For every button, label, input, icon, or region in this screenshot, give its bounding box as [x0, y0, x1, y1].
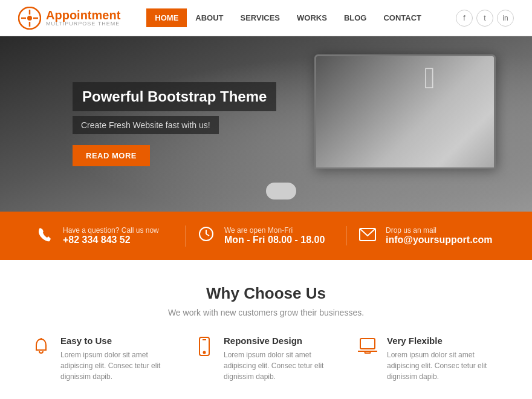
- linkedin-icon[interactable]: in: [497, 10, 514, 27]
- nav-about[interactable]: ABOUT: [187, 8, 232, 27]
- hero-section:  Powerful Bootstrap Theme Create Fresh …: [0, 36, 532, 212]
- twitter-icon[interactable]: t: [476, 10, 493, 27]
- phone-label: Have a question? Call us now: [63, 226, 159, 235]
- why-subtitle: We work with new customers grow their bu…: [30, 308, 502, 317]
- email-icon: [359, 227, 376, 245]
- hours-label: We are open Mon-Fri: [224, 226, 325, 235]
- nav-works[interactable]: WORKS: [288, 8, 336, 27]
- main-nav: HOME ABOUT SERVICES WORKS BLOG CONTACT: [146, 8, 430, 27]
- nav-services[interactable]: SERVICES: [232, 8, 289, 27]
- feature-flexible-title: Very Flexible: [387, 336, 502, 346]
- mobile-icon: [193, 337, 215, 360]
- feature-responsive-desc: Lorem ipsum dolor sit amet adipiscing el…: [224, 349, 339, 382]
- header: Appointment MULTIPURPOSE THEME HOME ABOU…: [0, 0, 532, 36]
- phone-value: +82 334 843 52: [63, 235, 159, 245]
- read-more-button[interactable]: READ MORE: [73, 145, 150, 166]
- feature-easy-content: Easy to Use Lorem ipsum dolor sit amet a…: [60, 336, 175, 382]
- hero-mouse-decoration: [266, 183, 296, 199]
- email-label: Drop us an mail: [386, 226, 492, 235]
- info-phone: Have a question? Call us now +82 334 843…: [24, 225, 185, 247]
- social-icons: f t in: [456, 10, 514, 27]
- feature-flexible-content: Very Flexible Lorem ipsum dolor sit amet…: [387, 336, 502, 382]
- feature-responsive-title: Reponsive Design: [224, 336, 339, 346]
- why-section: Why Choose Us We work with new customers…: [0, 260, 532, 399]
- svg-rect-15: [360, 339, 375, 349]
- phone-icon: [36, 225, 53, 247]
- feature-easy-desc: Lorem ipsum dolor sit amet adipiscing el…: [60, 349, 175, 382]
- clock-icon: [198, 225, 215, 247]
- phone-text: Have a question? Call us now +82 334 843…: [63, 226, 159, 245]
- email-value: info@yoursupport.com: [386, 235, 492, 245]
- nav-home[interactable]: HOME: [146, 8, 187, 27]
- laptop-icon: [357, 337, 378, 358]
- feature-responsive-content: Reponsive Design Lorem ipsum dolor sit a…: [224, 336, 339, 382]
- features-grid: Easy to Use Lorem ipsum dolor sit amet a…: [30, 336, 502, 399]
- feature-flexible-desc: Lorem ipsum dolor sit amet adipiscing el…: [387, 349, 502, 382]
- feature-flexible: Very Flexible Lorem ipsum dolor sit amet…: [357, 336, 502, 382]
- logo-name: Appointment: [46, 9, 120, 21]
- hours-text: We are open Mon-Fri Mon - Fri 08.00 - 18…: [224, 226, 325, 245]
- svg-line-8: [206, 234, 209, 236]
- email-text: Drop us an mail info@yoursupport.com: [386, 226, 492, 245]
- logo-tagline: MULTIPURPOSE THEME: [46, 21, 120, 27]
- feature-easy-title: Easy to Use: [60, 336, 175, 346]
- hero-content: Powerful Bootstrap Theme Create Fresh We…: [0, 82, 276, 166]
- feature-easy-to-use: Easy to Use Lorem ipsum dolor sit amet a…: [30, 336, 175, 382]
- svg-point-13: [204, 352, 206, 354]
- apple-logo-decoration: : [424, 60, 435, 96]
- nav-contact[interactable]: CONTACT: [375, 8, 430, 27]
- hero-subtitle: Create Fresh Website fast with us!: [73, 116, 219, 134]
- why-header: Why Choose Us We work with new customers…: [30, 284, 502, 317]
- laptop-screen: [314, 54, 496, 169]
- svg-point-1: [27, 16, 32, 21]
- logo-text: Appointment MULTIPURPOSE THEME: [46, 9, 120, 27]
- hours-value: Mon - Fri 08.00 - 18.00: [224, 235, 325, 245]
- info-hours: We are open Mon-Fri Mon - Fri 08.00 - 18…: [185, 225, 346, 247]
- hero-laptop-decoration: [290, 54, 496, 187]
- hero-title: Powerful Bootstrap Theme: [73, 82, 276, 111]
- logo-icon: [18, 7, 41, 30]
- facebook-icon[interactable]: f: [456, 10, 473, 27]
- info-email: Drop us an mail info@yoursupport.com: [346, 226, 508, 245]
- logo: Appointment MULTIPURPOSE THEME: [18, 7, 120, 30]
- bell-icon: [30, 337, 52, 360]
- feature-responsive: Reponsive Design Lorem ipsum dolor sit a…: [193, 336, 339, 382]
- nav-blog[interactable]: BLOG: [336, 8, 375, 27]
- info-bar: Have a question? Call us now +82 334 843…: [0, 212, 532, 260]
- why-title: Why Choose Us: [30, 284, 502, 303]
